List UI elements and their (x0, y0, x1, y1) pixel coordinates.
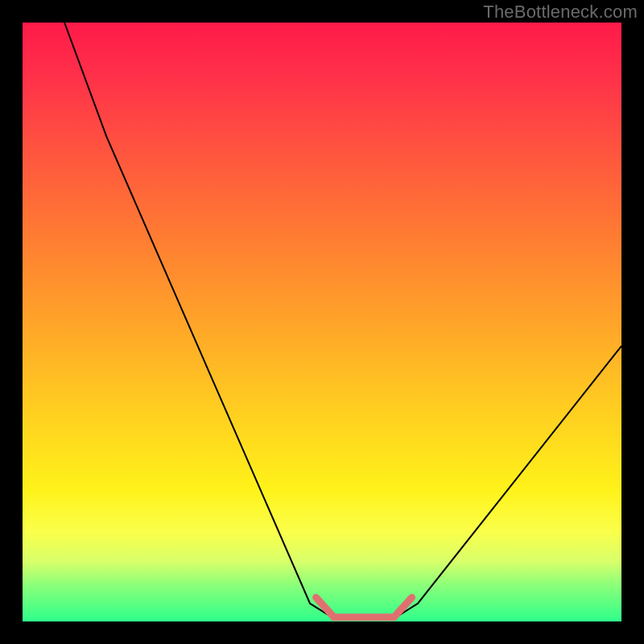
chart-frame: TheBottleneck.com (0, 0, 644, 644)
curve-svg (23, 23, 621, 621)
black-v-curve (64, 23, 621, 618)
plot-area (23, 23, 621, 621)
watermark-text: TheBottleneck.com (483, 2, 638, 23)
pink-bottom-trace (316, 597, 412, 617)
